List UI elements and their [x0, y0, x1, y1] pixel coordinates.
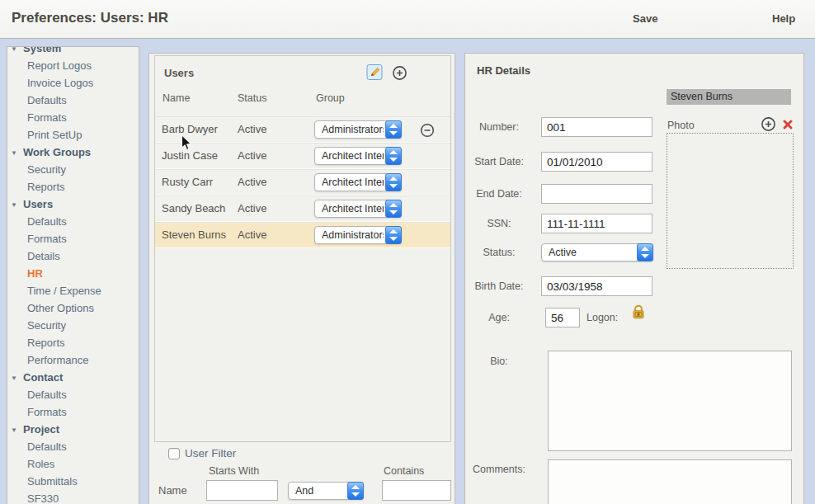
- start-date-input[interactable]: [541, 152, 652, 172]
- sidebar-group-project[interactable]: ▼Project: [7, 421, 139, 438]
- sidebar-item-defaults[interactable]: Defaults: [7, 92, 139, 109]
- user-filter-label: User Filter: [185, 447, 236, 459]
- sidebar-group-system[interactable]: ▼System: [7, 46, 139, 57]
- photo-dropzone[interactable]: [667, 133, 794, 269]
- user-group-select[interactable]: Architect Inter: [314, 173, 402, 191]
- sidebar-item-reports[interactable]: Reports: [7, 178, 139, 195]
- contains-input[interactable]: [382, 480, 451, 501]
- starts-with-input[interactable]: [206, 480, 278, 501]
- user-status: Active: [238, 196, 266, 221]
- sidebar-item-formats[interactable]: Formats: [7, 109, 139, 126]
- sidebar-item-other-options[interactable]: Other Options: [7, 299, 139, 317]
- sidebar-item-label: Users: [23, 198, 53, 210]
- status-select[interactable]: Active: [541, 243, 653, 261]
- collapse-arrow-icon[interactable]: ▼: [11, 144, 23, 162]
- sidebar-group-contact[interactable]: ▼Contact: [7, 369, 139, 386]
- number-input[interactable]: [541, 117, 652, 137]
- sidebar-item-defaults[interactable]: Defaults: [7, 213, 139, 230]
- sidebar-item-label: Reports: [27, 181, 65, 193]
- sidebar-item-roles[interactable]: Roles: [7, 455, 139, 473]
- sidebar-item-label: Details: [27, 250, 60, 262]
- sidebar-group-users[interactable]: ▼Users: [7, 195, 139, 213]
- sidebar-item-invoice-logos[interactable]: Invoice Logos: [7, 74, 139, 92]
- logon-lock-icon[interactable]: [630, 304, 647, 320]
- edit-users-icon[interactable]: [366, 64, 384, 84]
- hr-details-title: HR Details: [477, 64, 530, 77]
- comments-textarea[interactable]: [548, 459, 792, 504]
- user-row-sandy-beach[interactable]: Sandy BeachActiveArchitect Inter: [155, 195, 450, 222]
- user-row-rusty-carr[interactable]: Rusty CarrActiveArchitect Inter: [155, 169, 450, 195]
- sidebar-item-label: Report Logos: [27, 59, 92, 72]
- sidebar-tree: ▼SystemReport LogosInvoice LogosDefaults…: [7, 47, 139, 504]
- sidebar-item-report-logos[interactable]: Report Logos: [7, 57, 139, 74]
- sidebar-item-security[interactable]: Security: [7, 161, 139, 178]
- filter-operator-select[interactable]: And: [288, 482, 364, 500]
- sidebar-item-label: Project: [23, 423, 59, 436]
- add-user-icon[interactable]: [392, 65, 408, 84]
- age-label: Age:: [464, 312, 535, 323]
- end-date-input[interactable]: [541, 184, 652, 204]
- logon-label: Logon:: [587, 312, 618, 323]
- sidebar-item-defaults[interactable]: Defaults: [7, 386, 139, 403]
- sidebar-item-reports[interactable]: Reports: [7, 334, 139, 351]
- users-table: Barb DwyerActiveAdministratorsJustin Cas…: [155, 116, 450, 248]
- collapse-arrow-icon[interactable]: ▼: [11, 422, 23, 439]
- start-date-label: Start Date:: [464, 156, 535, 167]
- status-value: Active: [549, 244, 635, 261]
- sidebar-item-label: Performance: [27, 354, 88, 366]
- sidebar-item-label: Work Groups: [23, 146, 91, 158]
- sidebar-item-label: Other Options: [27, 302, 94, 314]
- sidebar-group-work-groups[interactable]: ▼Work Groups: [7, 144, 139, 161]
- user-group-select[interactable]: Administrators: [314, 120, 402, 139]
- sidebar-item-performance[interactable]: Performance: [7, 351, 139, 369]
- help-button[interactable]: Help: [772, 12, 795, 25]
- sidebar-item-label: Formats: [27, 406, 67, 418]
- user-name: Sandy Beach: [162, 196, 225, 221]
- collapse-arrow-icon[interactable]: ▼: [11, 196, 23, 214]
- user-group-select[interactable]: Architect Inter: [314, 147, 402, 165]
- sidebar-item-formats[interactable]: Formats: [7, 230, 139, 247]
- users-list-box: Users Name Status Group Barb DwyerActive…: [154, 55, 451, 442]
- comments-label: Comments:: [464, 464, 535, 475]
- save-button[interactable]: Save: [633, 12, 657, 25]
- sidebar-item-time-expense[interactable]: Time / Expense: [7, 282, 139, 299]
- column-header-status: Status: [238, 92, 266, 104]
- contains-label: Contains: [384, 465, 424, 477]
- user-status: Active: [238, 223, 266, 247]
- select-stepper-icon: [385, 200, 402, 218]
- collapse-arrow-icon[interactable]: ▼: [11, 46, 23, 58]
- sidebar-item-details[interactable]: Details: [7, 247, 139, 265]
- sidebar-item-defaults[interactable]: Defaults: [7, 438, 139, 455]
- user-row-barb-dwyer[interactable]: Barb DwyerActiveAdministrators: [155, 116, 450, 143]
- user-group-value: Architect Inter: [322, 174, 384, 191]
- delete-photo-icon[interactable]: [782, 119, 794, 130]
- select-stepper-icon: [385, 147, 402, 165]
- add-photo-icon[interactable]: [761, 116, 776, 132]
- user-name: Barb Dwyer: [162, 117, 218, 142]
- age-input[interactable]: [545, 308, 580, 327]
- sidebar-item-sf330[interactable]: SF330: [7, 490, 139, 504]
- users-panel: Users Name Status Group Barb DwyerActive…: [148, 53, 455, 504]
- sidebar-item-security[interactable]: Security: [7, 317, 139, 334]
- user-group-select[interactable]: Architect Inter: [314, 200, 402, 218]
- collapse-arrow-icon[interactable]: ▼: [11, 370, 23, 387]
- ssn-input[interactable]: [541, 214, 652, 233]
- user-filter-checkbox[interactable]: [168, 448, 180, 459]
- birth-date-input[interactable]: [541, 276, 652, 296]
- user-row-justin-case[interactable]: Justin CaseActiveArchitect Inter: [155, 143, 450, 169]
- sidebar-item-hr[interactable]: HR: [7, 265, 139, 282]
- user-row-steven-burns[interactable]: Steven BurnsActiveAdministrators: [155, 222, 450, 248]
- sidebar-item-formats[interactable]: Formats: [7, 403, 139, 421]
- sidebar-item-label: Security: [27, 163, 66, 176]
- user-group-select[interactable]: Administrators: [314, 226, 402, 244]
- sidebar-item-submittals[interactable]: Submittals: [7, 473, 139, 490]
- remove-user-icon[interactable]: [420, 123, 435, 138]
- sidebar-item-label: System: [23, 46, 61, 54]
- bio-textarea[interactable]: [548, 351, 792, 451]
- user-group-value: Administrators: [322, 227, 384, 243]
- sidebar-item-label: Formats: [27, 233, 67, 245]
- sidebar-item-print-setup[interactable]: Print SetUp: [7, 126, 139, 144]
- users-panel-title: Users: [164, 67, 194, 79]
- select-stepper-icon: [637, 243, 653, 261]
- sidebar-item-label: Formats: [27, 111, 67, 124]
